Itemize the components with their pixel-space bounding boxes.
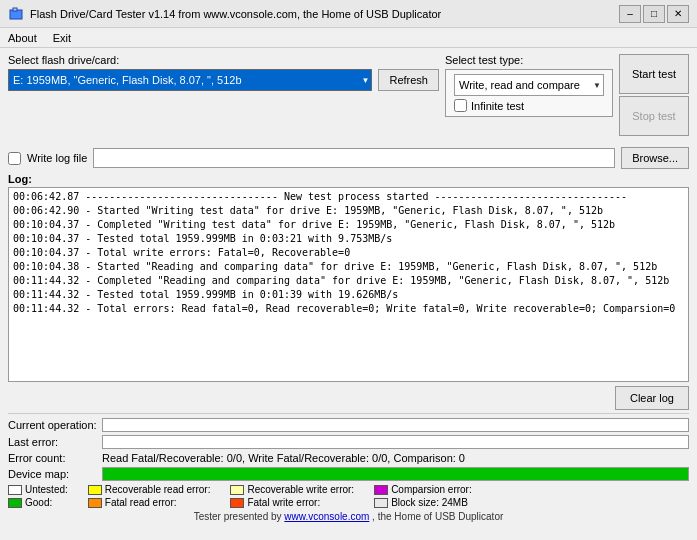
legend-section: Untested: Good: Recoverable read error: … xyxy=(8,484,689,508)
start-test-button[interactable]: Start test xyxy=(619,54,689,94)
legend-rec-read-label: Recoverable read error: xyxy=(105,484,211,495)
footer: Tester presented by www.vconsole.com , t… xyxy=(8,510,689,522)
window-controls: – □ ✕ xyxy=(619,5,689,23)
infinite-test-label: Infinite test xyxy=(471,100,524,112)
legend-fatal-write-label: Fatal write error: xyxy=(247,497,320,508)
write-log-path-input[interactable] xyxy=(93,148,615,168)
legend-rec-write-label: Recoverable write error: xyxy=(247,484,354,495)
write-log-checkbox[interactable] xyxy=(8,152,21,165)
legend-blocksize-label: Block size: 24MB xyxy=(391,497,468,508)
error-count-value: Read Fatal/Recoverable: 0/0, Write Fatal… xyxy=(102,452,465,464)
clear-log-button[interactable]: Clear log xyxy=(615,386,689,410)
current-op-label: Current operation: xyxy=(8,419,98,431)
current-op-bar xyxy=(102,418,689,432)
title-text: Flash Drive/Card Tester v1.14 from www.v… xyxy=(30,8,441,20)
refresh-button[interactable]: Refresh xyxy=(378,69,439,91)
drive-select[interactable]: E: 1959MB, "Generic, Flash Disk, 8.07, "… xyxy=(8,69,372,91)
log-section: Log: 00:06:42.87 -----------------------… xyxy=(8,173,689,382)
legend-good-box xyxy=(8,498,22,508)
maximize-button[interactable]: □ xyxy=(643,5,665,23)
legend-untested-label: Untested: xyxy=(25,484,68,495)
legend-comparison-box xyxy=(374,485,388,495)
log-line: 00:11:44.32 - Total errors: Read fatal=0… xyxy=(13,302,684,316)
legend-rec-write-box xyxy=(230,485,244,495)
stop-test-button: Stop test xyxy=(619,96,689,136)
infinite-test-checkbox[interactable] xyxy=(454,99,467,112)
write-log-label: Write log file xyxy=(27,152,87,164)
device-map-label: Device map: xyxy=(8,468,98,480)
test-type-label: Select test type: xyxy=(445,54,613,66)
legend-blocksize-box xyxy=(374,498,388,508)
browse-button[interactable]: Browse... xyxy=(621,147,689,169)
log-line: 00:10:04.37 - Total write errors: Fatal=… xyxy=(13,246,684,260)
footer-text: Tester presented by www.vconsole.com , t… xyxy=(194,511,504,522)
log-line: 00:10:04.37 - Completed "Writing test da… xyxy=(13,218,684,232)
log-box[interactable]: 00:06:42.87 ----------------------------… xyxy=(8,187,689,382)
test-select-wrapper[interactable]: Write, read and compareWrite onlyRead on… xyxy=(454,74,604,96)
drive-select-wrapper[interactable]: E: 1959MB, "Generic, Flash Disk, 8.07, "… xyxy=(8,69,372,91)
legend-rec-read-box xyxy=(88,485,102,495)
footer-link[interactable]: www.vconsole.com xyxy=(284,511,369,522)
minimize-button[interactable]: – xyxy=(619,5,641,23)
status-section: Current operation: Last error: Error cou… xyxy=(8,413,689,481)
last-error-label: Last error: xyxy=(8,436,98,448)
app-icon xyxy=(8,6,24,22)
log-line: 00:06:42.90 - Started "Writing test data… xyxy=(13,204,684,218)
legend-untested-box xyxy=(8,485,22,495)
main-content: Select flash drive/card: E: 1959MB, "Gen… xyxy=(0,48,697,145)
drive-section-label: Select flash drive/card: xyxy=(8,54,439,66)
svg-rect-1 xyxy=(13,8,17,11)
legend-fatal-read-label: Fatal read error: xyxy=(105,497,177,508)
test-type-select[interactable]: Write, read and compareWrite onlyRead on… xyxy=(454,74,604,96)
device-map-bar xyxy=(102,467,689,481)
menu-exit[interactable]: Exit xyxy=(49,31,75,45)
clear-log-area: Clear log xyxy=(8,386,689,410)
log-line: 00:10:04.38 - Started "Reading and compa… xyxy=(13,260,684,274)
log-line: 00:11:44.32 - Completed "Reading and com… xyxy=(13,274,684,288)
legend-comparison-label: Comparsion error: xyxy=(391,484,472,495)
error-count-label: Error count: xyxy=(8,452,98,464)
test-type-section: Write, read and compareWrite onlyRead on… xyxy=(445,69,613,117)
log-label: Log: xyxy=(8,173,689,185)
legend-good-label: Good: xyxy=(25,497,52,508)
start-stop-section: Start test Stop test xyxy=(619,54,689,136)
legend-fatal-read-box xyxy=(88,498,102,508)
menu-about[interactable]: About xyxy=(4,31,41,45)
last-error-bar xyxy=(102,435,689,449)
legend-fatal-write-box xyxy=(230,498,244,508)
close-button[interactable]: ✕ xyxy=(667,5,689,23)
title-bar: Flash Drive/Card Tester v1.14 from www.v… xyxy=(0,0,697,28)
log-line: 00:10:04.37 - Tested total 1959.999MB in… xyxy=(13,232,684,246)
log-line: 00:11:44.32 - Tested total 1959.999MB in… xyxy=(13,288,684,302)
log-line: 00:06:42.87 ----------------------------… xyxy=(13,190,684,204)
write-log-row: Write log file Browse... xyxy=(8,147,689,169)
menu-bar: About Exit xyxy=(0,28,697,48)
